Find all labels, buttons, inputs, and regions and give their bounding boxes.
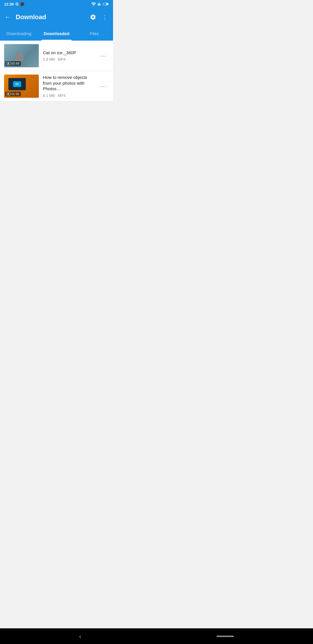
- video-size-1: 2.9 MB: [43, 57, 55, 61]
- more-menu-button[interactable]: ⋮: [102, 14, 108, 21]
- settings-icon[interactable]: [90, 14, 96, 20]
- svg-point-0: [93, 6, 94, 6]
- ps-badge: Ps: [13, 81, 21, 87]
- video-thumbnail-2: Ps 01:56: [4, 75, 39, 98]
- screen-shape: Ps: [8, 78, 26, 90]
- video-info-1: Cat on ice._360P 2.9 MB MP4: [43, 50, 94, 62]
- tab-files[interactable]: Files: [75, 26, 113, 41]
- list-item[interactable]: Ps 01:56 How to remove objects from your…: [0, 71, 113, 102]
- play-icon: [7, 93, 10, 95]
- video-meta-1: 2.9 MB MP4: [43, 57, 94, 61]
- video-more-button-2[interactable]: ···: [98, 82, 109, 90]
- page-title: Download: [16, 13, 85, 21]
- svg-rect-3: [103, 3, 106, 5]
- cat-shape: [15, 54, 24, 61]
- duration-badge-1: 00:49: [5, 61, 21, 66]
- video-format-1: MP4: [58, 57, 65, 61]
- list-item[interactable]: 00:49 Cat on ice._360P 2.9 MB MP4 ···: [0, 41, 113, 71]
- back-button[interactable]: ←: [5, 13, 11, 21]
- tab-downloading[interactable]: Downloading: [0, 26, 38, 41]
- status-time: 12:39: [4, 2, 14, 6]
- status-bar: 12:39 G ⬛: [0, 0, 113, 8]
- tabs-container: Downloading Downloaded Files: [0, 26, 113, 41]
- video-more-button-1[interactable]: ···: [98, 52, 109, 60]
- signal-icon: [98, 2, 102, 6]
- video-title-1: Cat on ice._360P: [43, 50, 94, 56]
- video-title-2: How to remove objects from your photos w…: [43, 75, 94, 92]
- tab-downloaded[interactable]: Downloaded: [38, 26, 75, 41]
- notification-icon: ⬛: [20, 2, 24, 6]
- duration-text-2: 01:56: [11, 92, 19, 96]
- video-info-2: How to remove objects from your photos w…: [43, 75, 94, 98]
- video-format-2: MP4: [58, 93, 65, 98]
- svg-rect-2: [108, 3, 108, 5]
- duration-text-1: 00:49: [11, 62, 19, 65]
- video-thumbnail-1: 00:49: [4, 44, 39, 67]
- header: ← Download ⋮: [0, 8, 113, 26]
- video-size-2: 8.1 MB: [43, 93, 55, 98]
- play-icon: [7, 62, 10, 65]
- google-icon: G: [15, 2, 19, 6]
- duration-badge-2: 01:56: [5, 92, 21, 96]
- content-area: 00:49 Cat on ice._360P 2.9 MB MP4 ··· Ps…: [0, 41, 113, 102]
- battery-icon: [103, 2, 109, 6]
- header-icons: ⋮: [90, 14, 108, 21]
- wifi-icon: [91, 2, 96, 6]
- video-meta-2: 8.1 MB MP4: [43, 93, 94, 98]
